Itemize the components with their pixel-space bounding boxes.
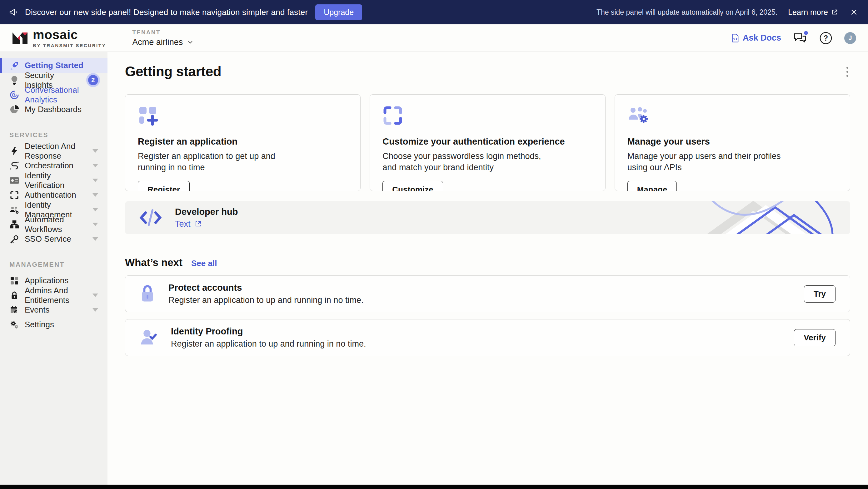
sidebar-item-my-dashboards[interactable]: My Dashboards <box>0 102 107 117</box>
banner-right: The side panel will update automatically… <box>596 7 859 18</box>
expand-chevron-icon[interactable] <box>92 164 98 167</box>
upgrade-button[interactable]: Upgrade <box>315 4 362 20</box>
sidebar-item-label: Orchestration <box>25 161 73 170</box>
scan-corners-icon <box>382 105 403 126</box>
sidebar-item-settings[interactable]: Settings <box>0 317 107 332</box>
card-register-application: Register an application Register an appl… <box>125 94 361 191</box>
developer-hub-title: Developer hub <box>175 207 238 217</box>
sidebar: Getting Started Security Insights 2 <box>0 52 107 485</box>
sidebar-item-admins-and-entitlements[interactable]: Admins And Entitlements <box>0 288 107 302</box>
grid-plus-icon <box>138 105 158 126</box>
lightning-icon <box>9 146 19 156</box>
sidebar-item-automated-workflows[interactable]: Automated Workflows <box>0 217 107 232</box>
whats-next-title: What’s next <box>125 257 183 268</box>
banner-message: Discover our new side panel! Designed to… <box>25 7 308 17</box>
expand-chevron-icon[interactable] <box>92 208 98 211</box>
see-all-link[interactable]: See all <box>191 259 217 268</box>
card-title: Manage your users <box>627 136 837 147</box>
id-card-icon <box>9 176 19 185</box>
security-insights-badge: 2 <box>88 75 98 85</box>
sidebar-item-label: SSO Service <box>25 234 71 244</box>
task-body: Register an application to up and runnin… <box>168 295 363 305</box>
task-body: Register an application to up and runnin… <box>171 339 366 349</box>
getting-started-cards: Register an application Register an appl… <box>125 94 850 191</box>
ask-docs-button[interactable]: Ask Docs <box>731 33 781 43</box>
announcement-banner: Discover our new side panel! Designed to… <box>0 0 868 24</box>
user-check-icon <box>140 328 158 347</box>
avatar-initial: J <box>848 34 852 41</box>
register-button[interactable]: Register <box>138 181 190 191</box>
expand-chevron-icon[interactable] <box>92 294 98 297</box>
user-avatar[interactable]: J <box>844 32 856 44</box>
sidebar-item-conversational-analytics[interactable]: Conversational Analytics <box>0 88 107 102</box>
logo-title: mosaic <box>33 28 106 41</box>
feedback-chat-button[interactable] <box>793 32 807 44</box>
expand-chevron-icon[interactable] <box>92 223 98 226</box>
sidebar-section-management: MANAGEMENT <box>9 261 107 268</box>
developer-hub-banner: Developer hub Text <box>125 201 850 234</box>
card-title: Customize your authentication experience <box>382 136 592 147</box>
mosaic-logo: mosaic BY TRANSMIT SECURITY <box>12 28 106 48</box>
verify-button[interactable]: Verify <box>794 329 836 346</box>
manage-button[interactable]: Manage <box>627 181 677 191</box>
doc-code-icon <box>731 33 740 43</box>
decorative-waves <box>707 201 850 234</box>
chat-bubbles-icon <box>793 32 807 44</box>
sitemap-icon <box>9 220 19 229</box>
main-content: Getting started Register an application <box>107 52 868 485</box>
tenant-value: Acme airlines <box>132 37 183 47</box>
banner-close-button[interactable] <box>849 7 859 18</box>
banner-update-note: The side panel will update automatically… <box>596 8 777 17</box>
key-icon <box>9 235 19 243</box>
expand-chevron-icon[interactable] <box>92 149 98 153</box>
bottom-bar <box>0 485 868 489</box>
try-button[interactable]: Try <box>804 285 836 302</box>
lightbulb-icon <box>9 75 19 85</box>
tenant-selector[interactable]: Acme airlines <box>132 37 194 47</box>
sidebar-item-events[interactable]: Events <box>0 302 107 317</box>
expand-chevron-icon[interactable] <box>92 193 98 197</box>
sidebar-item-identity-verification[interactable]: Identity Verification <box>0 173 107 188</box>
expand-chevron-icon[interactable] <box>92 237 98 241</box>
chevron-down-icon <box>187 38 194 46</box>
developer-hub-link-label: Text <box>175 219 191 229</box>
logo-subtitle: BY TRANSMIT SECURITY <box>33 43 106 48</box>
page-kebab-menu-icon[interactable] <box>844 64 850 80</box>
card-body: Choose your passwordless login methods, … <box>382 151 545 173</box>
customize-button[interactable]: Customize <box>382 181 443 191</box>
developer-hub-link[interactable]: Text <box>175 219 238 229</box>
sidebar-section-services: SERVICES <box>9 131 107 139</box>
users-gear-icon <box>627 105 649 126</box>
tenant-label: TENANT <box>132 29 194 36</box>
calendar-edit-icon <box>9 306 19 315</box>
pie-chart-icon <box>9 105 19 114</box>
learn-more-label: Learn more <box>788 8 828 17</box>
app-header: mosaic BY TRANSMIT SECURITY TENANT Acme … <box>0 24 868 52</box>
sidebar-item-label: Events <box>25 305 50 315</box>
card-body: Register an application to get up and ru… <box>138 151 300 173</box>
sidebar-item-label: Automated Workflows <box>25 215 87 234</box>
gears-icon <box>9 320 19 329</box>
mosaic-logo-mark-icon <box>12 31 28 45</box>
code-icon <box>138 208 163 228</box>
page-title: Getting started <box>125 64 221 79</box>
task-title: Identity Proofing <box>171 326 366 337</box>
card-body: Manage your app users and their profiles… <box>627 151 790 173</box>
sidebar-item-label: Detection And Response <box>25 141 87 161</box>
card-manage-users: Manage your users Manage your app users … <box>615 94 850 191</box>
header-actions: Ask Docs ? <box>731 32 856 45</box>
sidebar-item-label: Identity Verification <box>25 171 87 190</box>
expand-chevron-icon[interactable] <box>92 178 98 182</box>
sidebar-item-label: Admins And Entitlements <box>25 286 87 305</box>
padlock-icon <box>140 285 155 303</box>
sidebar-item-detection-and-response[interactable]: Detection And Response <box>0 144 107 158</box>
learn-more-link[interactable]: Learn more <box>788 8 838 17</box>
sidebar-item-sso-service[interactable]: SSO Service <box>0 232 107 247</box>
users-gear-icon <box>9 205 19 214</box>
task-identity-proofing: Identity Proofing Register an applicatio… <box>125 319 850 356</box>
tenant-block: TENANT Acme airlines <box>132 29 194 47</box>
expand-chevron-icon[interactable] <box>92 308 98 312</box>
help-button[interactable]: ? <box>819 32 832 45</box>
task-title: Protect accounts <box>168 283 363 293</box>
sidebar-item-label: Applications <box>25 276 68 285</box>
